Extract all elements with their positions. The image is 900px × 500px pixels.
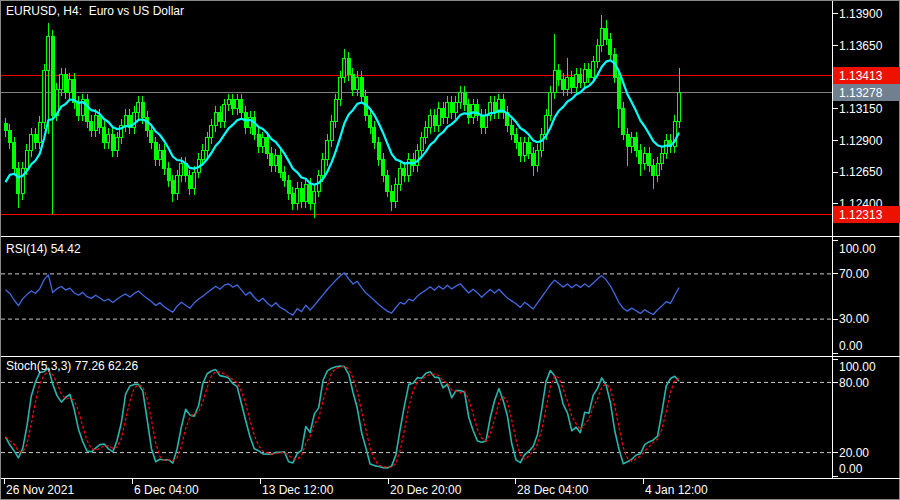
time-tick-label[interactable]: 26 Nov 2021 [6, 483, 74, 497]
candle-body-bull [446, 102, 449, 117]
candle-body-bull [176, 176, 179, 194]
time-tick-label[interactable]: 20 Dec 20:00 [390, 483, 462, 497]
candle-body-bull [553, 71, 556, 93]
rsi-panel [1, 273, 832, 319]
candle-body-bull [454, 102, 457, 112]
candle-body-bear [652, 166, 655, 176]
chart-canvas[interactable]: 1.139001.136501.131501.129001.126501.124… [1, 1, 900, 500]
candle-body-bull [274, 156, 277, 166]
candle-body-bear [390, 191, 393, 201]
candle-body-bear [639, 151, 642, 164]
stoch-tick-label[interactable]: 100.00 [839, 360, 876, 374]
candle-body-bear [34, 134, 37, 143]
candle-body-bear [369, 115, 372, 128]
candle-body-bear [51, 37, 54, 116]
candle-body-bear [360, 77, 363, 96]
price-badge-label: 1.13413 [839, 69, 883, 83]
candle-body-bear [154, 143, 157, 159]
candle-body-bear [240, 100, 243, 113]
candle-body-bear [617, 77, 620, 109]
price-tick-label[interactable]: 1.13150 [839, 102, 883, 116]
time-tick-label[interactable]: 28 Dec 04:00 [517, 483, 589, 497]
candle-body-bear [146, 118, 149, 131]
candle-body-bear [635, 138, 638, 151]
candle-body-bear [167, 168, 170, 181]
candle-body-bull [180, 163, 183, 176]
candle-body-bear [283, 172, 286, 181]
candle-body-bear [291, 194, 294, 204]
candle-body-bull [68, 80, 71, 93]
candle-body-bear [403, 168, 406, 176]
candle-body-bear [532, 153, 535, 166]
candle-body-bull [206, 138, 209, 151]
candle-body-bear [622, 109, 625, 134]
candle-body-bull [47, 37, 50, 71]
candle-body-bull [201, 151, 204, 160]
candle-body-bear [64, 75, 67, 93]
candle-body-bull [116, 138, 119, 151]
candle-body-bear [163, 151, 166, 169]
candle-body-bull [424, 128, 427, 138]
candle-body-bull [223, 105, 226, 121]
candle-body-bear [493, 102, 496, 112]
price-badge-label: 1.12313 [839, 208, 883, 222]
rsi-tick-label[interactable]: 100.00 [839, 242, 876, 256]
candle-body-bear [579, 75, 582, 83]
candle-body-bull [656, 163, 659, 176]
candle-body-bear [219, 113, 222, 122]
candle-body-bull [643, 153, 646, 163]
price-tick-label[interactable]: 1.13900 [839, 7, 883, 21]
candle-body-bear [510, 125, 513, 134]
candle-body-bull [394, 185, 397, 201]
candle-body-bear [13, 143, 16, 168]
candle-body-bear [433, 115, 436, 125]
candle-body-bull [356, 77, 359, 90]
time-tick-label[interactable]: 6 Dec 04:00 [134, 483, 199, 497]
candle-body-bull [575, 75, 578, 88]
stoch-tick-label[interactable]: 20.00 [839, 446, 869, 460]
candle-body-bull [343, 58, 346, 77]
price-tick-label[interactable]: 1.12650 [839, 165, 883, 179]
candle-body-bear [450, 102, 453, 112]
candle-body-bear [351, 75, 354, 90]
candle-body-bull [296, 189, 299, 204]
price-tick-label[interactable]: 1.13650 [839, 39, 883, 53]
candle-body-bear [287, 181, 290, 194]
candle-body-bear [90, 121, 93, 130]
scales [1, 1, 900, 484]
candle-body-bear [300, 189, 303, 202]
candle-body-bull [545, 115, 548, 134]
candle-body-bull [416, 151, 419, 166]
price-tick-label[interactable]: 1.12900 [839, 134, 883, 148]
candle-body-bull [536, 151, 539, 166]
candle-body-bull [60, 75, 63, 90]
candle-body-bull [326, 140, 329, 159]
candle-body-bull [399, 168, 402, 184]
candle-body-bull [107, 134, 110, 143]
candle-body-bull [321, 159, 324, 175]
candle-body-bull [660, 153, 663, 163]
candle-body-bear [171, 181, 174, 194]
stoch-tick-label[interactable]: 0.00 [839, 462, 863, 476]
candle-body-bear [8, 130, 11, 143]
time-tick-label[interactable]: 13 Dec 12:00 [262, 483, 334, 497]
candle-body-bull [484, 115, 487, 128]
rsi-tick-label[interactable]: 0.00 [839, 339, 863, 353]
candle-body-bear [557, 71, 560, 80]
candle-body-bear [570, 77, 573, 87]
candle-body-bear [4, 124, 7, 130]
candle-body-bull [630, 138, 633, 147]
rsi-tick-label[interactable]: 30.00 [839, 312, 869, 326]
time-tick-label[interactable]: 4 Jan 12:00 [645, 483, 708, 497]
candle-body-bear [386, 176, 389, 191]
candle-body-bull [596, 45, 599, 61]
candle-body-bear [442, 109, 445, 118]
rsi-tick-label[interactable]: 70.00 [839, 267, 869, 281]
candle-body-bull [43, 71, 46, 123]
candle-body-bear [103, 128, 106, 143]
candle-body-bull [334, 100, 337, 122]
candle-body-bear [467, 105, 470, 118]
candle-body-bull [429, 115, 432, 128]
candle-body-bear [17, 168, 20, 193]
stoch-tick-label[interactable]: 80.00 [839, 376, 869, 390]
